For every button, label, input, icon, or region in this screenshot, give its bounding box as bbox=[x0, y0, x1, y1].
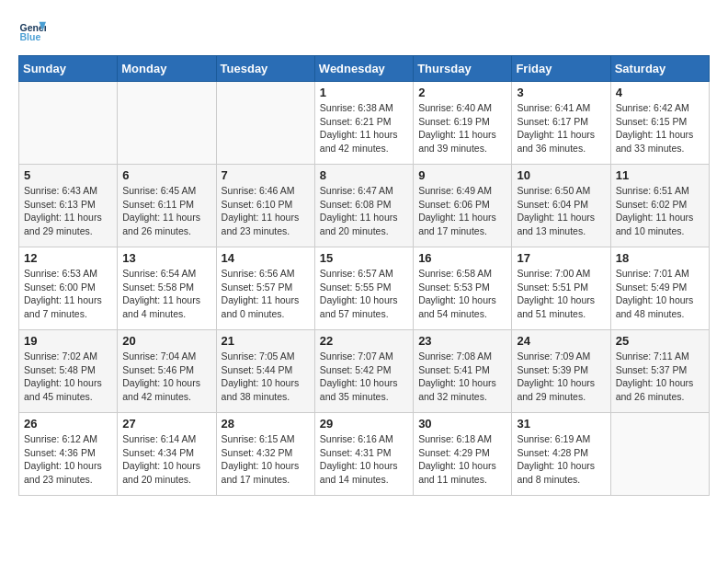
week-row-2: 5Sunrise: 6:43 AM Sunset: 6:13 PM Daylig… bbox=[19, 165, 710, 247]
day-info: Sunrise: 6:41 AM Sunset: 6:17 PM Dayligh… bbox=[517, 101, 605, 155]
weekday-header-saturday: Saturday bbox=[610, 56, 709, 82]
calendar-cell bbox=[19, 82, 118, 165]
calendar-cell: 7Sunrise: 6:46 AM Sunset: 6:10 PM Daylig… bbox=[216, 165, 314, 247]
calendar-cell: 23Sunrise: 7:08 AM Sunset: 5:41 PM Dayli… bbox=[414, 330, 512, 413]
day-number: 7 bbox=[222, 168, 310, 182]
calendar-table: SundayMondayTuesdayWednesdayThursdayFrid… bbox=[18, 55, 710, 496]
day-info: Sunrise: 6:19 AM Sunset: 4:28 PM Dayligh… bbox=[517, 432, 605, 487]
calendar-cell: 21Sunrise: 7:05 AM Sunset: 5:44 PM Dayli… bbox=[216, 330, 314, 413]
day-number: 27 bbox=[122, 417, 210, 431]
week-row-4: 19Sunrise: 7:02 AM Sunset: 5:48 PM Dayli… bbox=[19, 330, 710, 413]
day-number: 10 bbox=[517, 168, 605, 182]
day-number: 18 bbox=[616, 251, 704, 265]
day-info: Sunrise: 6:38 AM Sunset: 6:21 PM Dayligh… bbox=[320, 101, 408, 155]
weekday-header-wednesday: Wednesday bbox=[314, 56, 413, 82]
calendar-cell bbox=[118, 82, 216, 165]
day-info: Sunrise: 7:09 AM Sunset: 5:39 PM Dayligh… bbox=[517, 350, 605, 404]
calendar-cell: 17Sunrise: 7:00 AM Sunset: 5:51 PM Dayli… bbox=[512, 247, 610, 330]
day-number: 25 bbox=[616, 334, 704, 348]
week-row-5: 26Sunrise: 6:12 AM Sunset: 4:36 PM Dayli… bbox=[19, 413, 710, 496]
day-number: 12 bbox=[24, 251, 112, 265]
day-info: Sunrise: 6:42 AM Sunset: 6:15 PM Dayligh… bbox=[616, 101, 704, 155]
day-info: Sunrise: 6:45 AM Sunset: 6:11 PM Dayligh… bbox=[122, 184, 210, 238]
day-number: 2 bbox=[418, 86, 506, 99]
calendar-cell: 5Sunrise: 6:43 AM Sunset: 6:13 PM Daylig… bbox=[19, 165, 118, 247]
page-header: General Blue bbox=[18, 18, 710, 46]
day-number: 4 bbox=[616, 86, 704, 99]
day-info: Sunrise: 6:43 AM Sunset: 6:13 PM Dayligh… bbox=[24, 184, 112, 238]
svg-text:Blue: Blue bbox=[20, 31, 41, 42]
day-number: 8 bbox=[320, 168, 408, 182]
calendar-cell: 22Sunrise: 7:07 AM Sunset: 5:42 PM Dayli… bbox=[314, 330, 413, 413]
day-number: 30 bbox=[418, 417, 506, 431]
day-info: Sunrise: 7:05 AM Sunset: 5:44 PM Dayligh… bbox=[222, 350, 310, 404]
calendar-cell: 13Sunrise: 6:54 AM Sunset: 5:58 PM Dayli… bbox=[118, 247, 216, 330]
calendar-cell: 16Sunrise: 6:58 AM Sunset: 5:53 PM Dayli… bbox=[414, 247, 512, 330]
day-info: Sunrise: 6:40 AM Sunset: 6:19 PM Dayligh… bbox=[418, 101, 506, 155]
calendar-cell: 10Sunrise: 6:50 AM Sunset: 6:04 PM Dayli… bbox=[512, 165, 610, 247]
day-info: Sunrise: 7:04 AM Sunset: 5:46 PM Dayligh… bbox=[122, 350, 210, 404]
logo: General Blue bbox=[18, 18, 46, 46]
day-number: 1 bbox=[320, 86, 408, 99]
day-info: Sunrise: 6:47 AM Sunset: 6:08 PM Dayligh… bbox=[320, 184, 408, 238]
day-info: Sunrise: 6:56 AM Sunset: 5:57 PM Dayligh… bbox=[222, 267, 310, 321]
calendar-cell bbox=[216, 82, 314, 165]
day-info: Sunrise: 7:11 AM Sunset: 5:37 PM Dayligh… bbox=[616, 350, 704, 404]
day-number: 15 bbox=[320, 251, 408, 265]
day-number: 13 bbox=[122, 251, 210, 265]
day-info: Sunrise: 6:54 AM Sunset: 5:58 PM Dayligh… bbox=[122, 267, 210, 321]
day-info: Sunrise: 6:58 AM Sunset: 5:53 PM Dayligh… bbox=[418, 267, 506, 321]
day-info: Sunrise: 6:49 AM Sunset: 6:06 PM Dayligh… bbox=[418, 184, 506, 238]
calendar-cell: 4Sunrise: 6:42 AM Sunset: 6:15 PM Daylig… bbox=[610, 82, 709, 165]
day-info: Sunrise: 6:15 AM Sunset: 4:32 PM Dayligh… bbox=[222, 432, 310, 487]
calendar-cell: 8Sunrise: 6:47 AM Sunset: 6:08 PM Daylig… bbox=[314, 165, 413, 247]
day-info: Sunrise: 6:51 AM Sunset: 6:02 PM Dayligh… bbox=[616, 184, 704, 238]
day-info: Sunrise: 6:53 AM Sunset: 6:00 PM Dayligh… bbox=[24, 267, 112, 321]
day-number: 24 bbox=[517, 334, 605, 348]
calendar-cell: 14Sunrise: 6:56 AM Sunset: 5:57 PM Dayli… bbox=[216, 247, 314, 330]
day-number: 23 bbox=[418, 334, 506, 348]
calendar-cell: 15Sunrise: 6:57 AM Sunset: 5:55 PM Dayli… bbox=[314, 247, 413, 330]
day-number: 20 bbox=[122, 334, 210, 348]
day-info: Sunrise: 6:46 AM Sunset: 6:10 PM Dayligh… bbox=[222, 184, 310, 238]
day-number: 31 bbox=[517, 417, 605, 431]
day-info: Sunrise: 6:57 AM Sunset: 5:55 PM Dayligh… bbox=[320, 267, 408, 321]
day-number: 6 bbox=[122, 168, 210, 182]
logo-icon: General Blue bbox=[18, 18, 46, 46]
day-number: 19 bbox=[24, 334, 112, 348]
day-info: Sunrise: 6:12 AM Sunset: 4:36 PM Dayligh… bbox=[24, 432, 112, 487]
day-number: 21 bbox=[222, 334, 310, 348]
day-number: 14 bbox=[222, 251, 310, 265]
day-info: Sunrise: 7:02 AM Sunset: 5:48 PM Dayligh… bbox=[24, 350, 112, 404]
weekday-header-tuesday: Tuesday bbox=[216, 56, 314, 82]
calendar-cell: 29Sunrise: 6:16 AM Sunset: 4:31 PM Dayli… bbox=[314, 413, 413, 496]
calendar-cell bbox=[610, 413, 709, 496]
day-info: Sunrise: 7:07 AM Sunset: 5:42 PM Dayligh… bbox=[320, 350, 408, 404]
calendar-cell: 1Sunrise: 6:38 AM Sunset: 6:21 PM Daylig… bbox=[314, 82, 413, 165]
day-info: Sunrise: 6:14 AM Sunset: 4:34 PM Dayligh… bbox=[122, 432, 210, 487]
calendar-cell: 12Sunrise: 6:53 AM Sunset: 6:00 PM Dayli… bbox=[19, 247, 118, 330]
calendar-cell: 25Sunrise: 7:11 AM Sunset: 5:37 PM Dayli… bbox=[610, 330, 709, 413]
day-number: 17 bbox=[517, 251, 605, 265]
calendar-cell: 6Sunrise: 6:45 AM Sunset: 6:11 PM Daylig… bbox=[118, 165, 216, 247]
calendar-cell: 11Sunrise: 6:51 AM Sunset: 6:02 PM Dayli… bbox=[610, 165, 709, 247]
day-number: 28 bbox=[222, 417, 310, 431]
calendar-cell: 30Sunrise: 6:18 AM Sunset: 4:29 PM Dayli… bbox=[414, 413, 512, 496]
week-row-1: 1Sunrise: 6:38 AM Sunset: 6:21 PM Daylig… bbox=[19, 82, 710, 165]
weekday-header-row: SundayMondayTuesdayWednesdayThursdayFrid… bbox=[19, 56, 710, 82]
calendar-cell: 19Sunrise: 7:02 AM Sunset: 5:48 PM Dayli… bbox=[19, 330, 118, 413]
weekday-header-friday: Friday bbox=[512, 56, 610, 82]
weekday-header-thursday: Thursday bbox=[414, 56, 512, 82]
calendar-cell: 28Sunrise: 6:15 AM Sunset: 4:32 PM Dayli… bbox=[216, 413, 314, 496]
weekday-header-sunday: Sunday bbox=[19, 56, 118, 82]
calendar-cell: 3Sunrise: 6:41 AM Sunset: 6:17 PM Daylig… bbox=[512, 82, 610, 165]
weekday-header-monday: Monday bbox=[118, 56, 216, 82]
calendar-cell: 18Sunrise: 7:01 AM Sunset: 5:49 PM Dayli… bbox=[610, 247, 709, 330]
calendar-cell: 2Sunrise: 6:40 AM Sunset: 6:19 PM Daylig… bbox=[414, 82, 512, 165]
calendar-cell: 31Sunrise: 6:19 AM Sunset: 4:28 PM Dayli… bbox=[512, 413, 610, 496]
day-number: 26 bbox=[24, 417, 112, 431]
calendar-cell: 27Sunrise: 6:14 AM Sunset: 4:34 PM Dayli… bbox=[118, 413, 216, 496]
calendar-cell: 26Sunrise: 6:12 AM Sunset: 4:36 PM Dayli… bbox=[19, 413, 118, 496]
day-info: Sunrise: 7:00 AM Sunset: 5:51 PM Dayligh… bbox=[517, 267, 605, 321]
week-row-3: 12Sunrise: 6:53 AM Sunset: 6:00 PM Dayli… bbox=[19, 247, 710, 330]
